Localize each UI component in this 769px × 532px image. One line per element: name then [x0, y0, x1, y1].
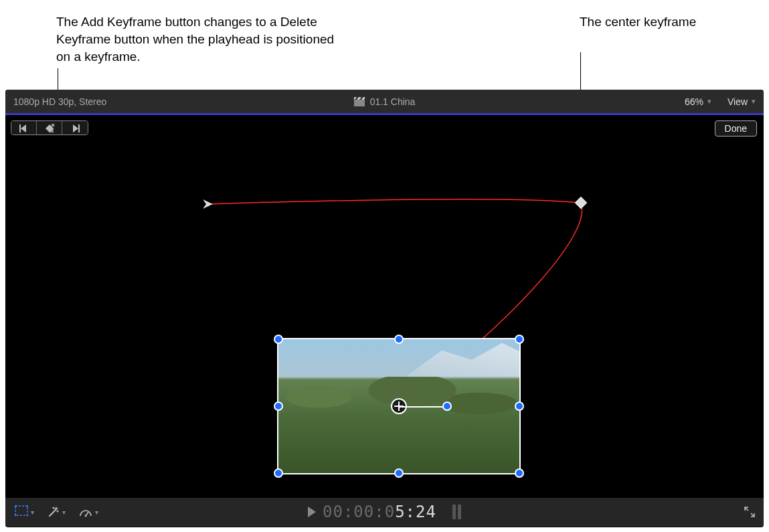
svg-marker-0 — [21, 124, 26, 132]
delete-keyframe-button[interactable] — [37, 121, 62, 135]
annotation-area: The Add Keyframe button changes to a Del… — [0, 0, 769, 90]
viewer-window: 1080p HD 30p, Stereo 01.1 China 66% ▾ Vi… — [5, 90, 764, 527]
chevron-down-icon: ▾ — [752, 97, 756, 106]
done-button[interactable]: Done — [715, 120, 757, 137]
clip-title-area: 01.1 China — [5, 96, 764, 107]
timecode-prefix: 00:00:0 — [323, 503, 395, 521]
clapper-icon — [354, 97, 365, 106]
callout-delete-keyframe: The Add Keyframe button changes to a Del… — [56, 13, 344, 66]
scale-handle-b[interactable] — [394, 468, 404, 478]
viewer-bottom-bar: ▾ ▾ ▾ 00:00:05:24 — [5, 498, 764, 526]
prev-keyframe-button[interactable] — [11, 121, 37, 135]
prev-keyframe-icon — [19, 124, 29, 132]
zoom-dropdown[interactable]: 66% ▾ — [685, 96, 711, 107]
viewer-canvas[interactable]: Done — [5, 114, 764, 498]
rotation-handle[interactable] — [442, 402, 452, 411]
scale-handle-l[interactable] — [274, 402, 283, 411]
next-keyframe-button[interactable] — [62, 121, 88, 135]
svg-marker-7 — [73, 124, 78, 132]
scale-handle-r[interactable] — [515, 402, 524, 411]
view-label: View — [728, 96, 748, 107]
scale-handle-tl[interactable] — [274, 335, 283, 344]
callout-center-keyframe: The center keyframe — [580, 13, 713, 31]
next-keyframe-icon — [70, 124, 80, 132]
fullscreen-button[interactable] — [744, 506, 756, 518]
start-keyframe-marker — [203, 199, 213, 209]
delete-keyframe-icon — [44, 124, 55, 133]
scale-handle-bl[interactable] — [274, 468, 283, 478]
center-keyframe-marker[interactable] — [576, 197, 587, 209]
scale-handle-br[interactable] — [515, 468, 524, 478]
scale-handle-tr[interactable] — [515, 335, 524, 344]
scale-handle-t[interactable] — [394, 335, 404, 344]
timecode-active: 5:24 — [395, 503, 436, 521]
skimmer-indicator — [452, 505, 461, 519]
fullscreen-icon — [744, 506, 756, 518]
clip-title: 01.1 China — [370, 96, 416, 107]
rotation-handle-bar[interactable] — [399, 406, 447, 408]
view-dropdown[interactable]: View ▾ — [728, 96, 756, 107]
svg-rect-8 — [78, 124, 80, 132]
keyframe-nav-group — [11, 120, 88, 135]
chevron-down-icon: ▾ — [707, 97, 711, 106]
selected-clip-bounds[interactable] — [278, 339, 519, 473]
viewer-top-bar: 1080p HD 30p, Stereo 01.1 China 66% ▾ Vi… — [5, 90, 764, 114]
play-button[interactable] — [308, 507, 316, 517]
zoom-value: 66% — [685, 96, 703, 107]
timecode-display[interactable]: 00:00:05:24 — [323, 503, 436, 521]
svg-rect-1 — [19, 124, 21, 132]
